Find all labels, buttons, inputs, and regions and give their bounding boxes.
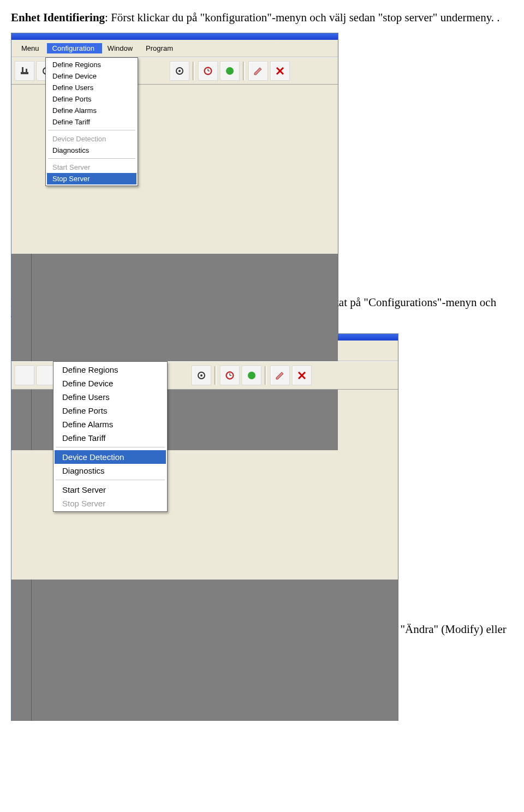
- toolbar-button-green-icon[interactable]: [242, 366, 261, 385]
- dropdown-item-diagnostics[interactable]: Diagnostics: [55, 464, 166, 477]
- screenshot-stop-server: Menu Configuration Window Program: [11, 33, 338, 279]
- dropdown-separator: [48, 158, 135, 159]
- svg-point-6: [178, 70, 181, 72]
- dropdown-item-start-server[interactable]: Start Server: [55, 483, 166, 497]
- toolbar-separator: [193, 62, 195, 80]
- toolbar-button-1[interactable]: [15, 61, 34, 81]
- toolbar-button-green-icon[interactable]: [220, 61, 240, 81]
- configuration-dropdown: Define Regions Define Device Define User…: [53, 361, 168, 512]
- svg-rect-1: [22, 67, 23, 72]
- toolbar-button-clock-icon[interactable]: [198, 61, 218, 81]
- toolbar-button-gear2-icon[interactable]: [192, 366, 211, 385]
- toolbar-button-pencil-icon[interactable]: [248, 61, 268, 81]
- svg-rect-2: [26, 69, 27, 72]
- toolbar-separator: [243, 62, 245, 80]
- dropdown-item-define-ports[interactable]: Define Ports: [55, 404, 166, 417]
- dropdown-item-define-regions[interactable]: Define Regions: [47, 59, 136, 70]
- dropdown-separator: [56, 447, 165, 448]
- menu-item-configuration[interactable]: Configuration: [47, 43, 102, 53]
- dropdown-item-device-detection: Device Detection: [47, 133, 136, 145]
- dropdown-item-define-alarms[interactable]: Define Alarms: [55, 417, 166, 431]
- dropdown-separator: [56, 480, 165, 481]
- toolbar-button-close-icon[interactable]: [292, 366, 312, 385]
- toolbar-button-close-icon[interactable]: [270, 61, 290, 81]
- dropdown-item-define-tariff[interactable]: Define Tariff: [55, 431, 166, 445]
- paragraph-1-rest: : Först klickar du på "konfiguration"-me…: [105, 11, 499, 24]
- toolbar-button-clock-icon[interactable]: [220, 366, 240, 385]
- dropdown-item-define-regions[interactable]: Define Regions: [55, 363, 166, 377]
- paragraph-1: Enhet Identifiering: Först klickar du på…: [11, 10, 513, 25]
- menu-item-menu[interactable]: Menu: [16, 43, 47, 53]
- svg-marker-12: [254, 68, 261, 75]
- dropdown-item-diagnostics[interactable]: Diagnostics: [47, 145, 136, 156]
- dropdown-item-define-users[interactable]: Define Users: [47, 82, 136, 93]
- dropdown-item-define-ports[interactable]: Define Ports: [47, 93, 136, 105]
- toolbar-separator: [215, 366, 217, 385]
- dropdown-item-define-alarms[interactable]: Define Alarms: [47, 105, 136, 116]
- menu-item-window[interactable]: Window: [102, 43, 140, 53]
- dropdown-separator: [48, 130, 135, 131]
- paragraph-1-prefix: Enhet Identifiering: [11, 11, 105, 24]
- left-gutter: [11, 580, 32, 721]
- toolbar-separator: [265, 366, 267, 385]
- configuration-dropdown: Define Regions Define Device Define User…: [45, 57, 138, 186]
- dropdown-item-define-device[interactable]: Define Device: [47, 70, 136, 82]
- menu-bar: Menu Configuration Window Program: [11, 40, 338, 57]
- svg-rect-0: [21, 72, 28, 74]
- window-titlebar: [11, 33, 338, 40]
- dropdown-item-start-server: Start Server: [47, 162, 136, 173]
- toolbar-button-gear2-icon[interactable]: [170, 61, 189, 81]
- dropdown-item-define-users[interactable]: Define Users: [55, 390, 166, 404]
- svg-point-16: [200, 374, 203, 377]
- menu-item-program[interactable]: Program: [140, 43, 181, 53]
- toolbar-button-pencil-icon[interactable]: [270, 366, 290, 385]
- screenshot-device-detection: Menu Configuration Window Program: [11, 333, 398, 606]
- dropdown-item-define-device[interactable]: Define Device: [55, 377, 166, 390]
- dropdown-item-define-tariff[interactable]: Define Tariff: [47, 116, 136, 128]
- toolbar-button-1[interactable]: [15, 366, 34, 385]
- svg-marker-22: [276, 372, 283, 379]
- work-area: [32, 580, 398, 721]
- dropdown-item-stop-server[interactable]: Stop Server: [47, 173, 136, 184]
- svg-point-11: [226, 67, 234, 75]
- dropdown-item-stop-server: Stop Server: [55, 497, 166, 510]
- dropdown-item-device-detection[interactable]: Device Detection: [55, 450, 166, 464]
- svg-point-21: [248, 372, 255, 379]
